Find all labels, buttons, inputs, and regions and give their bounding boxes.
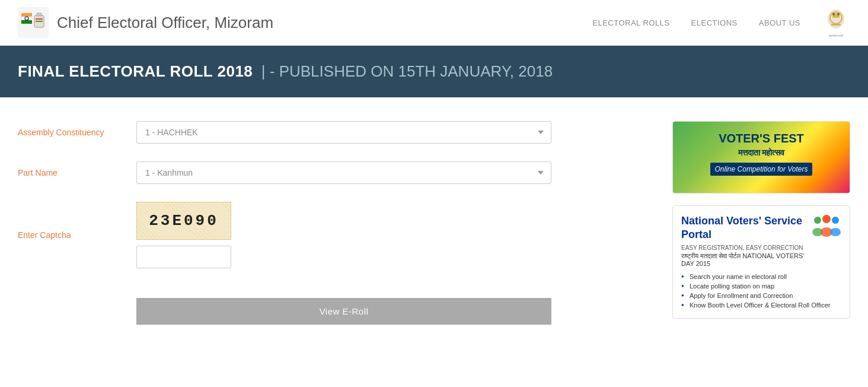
svg-point-17 [822,215,831,223]
part-name-select[interactable]: 1 - Kanhmun [136,161,551,184]
part-name-control: 1 - Kanhmun [136,161,551,184]
voters-fest-banner: VOTER'S FEST मत्तदाता महोत्सव Online Com… [673,122,850,193]
assembly-label: Assembly Constituency [18,128,136,137]
header-brand: Chief Electoral Officer, Mizoram [18,7,273,38]
nav-electoral-rolls[interactable]: ELECTORAL ROLLS [592,18,669,27]
page-banner: FINAL ELECTORAL ROLL 2018 | - PUBLISHED … [0,46,868,97]
banner-main-title: FINAL ELECTORAL ROLL 2018 [18,62,253,80]
svg-point-12 [832,13,835,15]
part-name-label: Part Name [18,168,136,177]
nav-about-us[interactable]: ABOUT US [759,18,800,27]
captcha-image: 23E090 [136,202,231,240]
ec-logo-icon [18,7,49,38]
nvsp-bullets-list: Search your name in electoral roll Locat… [681,272,841,310]
submit-control: View E-Roll [136,286,551,325]
nvsp-bullet-3: Apply for Enrollment and Correction [681,291,841,300]
form-section: Assembly Constituency 1 - HACHHEK Part N… [18,121,655,342]
view-eroll-button[interactable]: View E-Roll [136,298,551,325]
nvsp-header-row: National Voters' Service Portal EASY REG… [681,214,841,272]
voters-fest-hindi: मत्तदाता महोत्सव [680,148,843,158]
nvsp-card: National Voters' Service Portal EASY REG… [672,205,850,319]
part-name-row: Part Name 1 - Kanhmun [18,161,655,184]
svg-rect-3 [21,20,32,24]
nvsp-bullet-4: Know Booth Level Officer & Electoral Rol… [681,300,841,310]
gov-emblem-icon: सत्यमेव जयते [822,7,850,38]
nav-elections[interactable]: ELECTIONS [691,18,738,27]
submit-row: View E-Roll [18,286,655,325]
captcha-input[interactable] [136,246,231,268]
voters-fest-sub: Online Competition for Voters [710,163,813,176]
site-header: Chief Electoral Officer, Mizoram ELECTOR… [0,0,868,46]
svg-point-13 [837,13,840,15]
svg-point-21 [830,228,841,236]
nvsp-hindi: राष्ट्रीय मतदाता सेवा पोर्टल NATIONAL VO… [681,252,807,267]
main-nav: ELECTORAL ROLLS ELECTIONS ABOUT US सत्यम… [592,7,850,38]
nvsp-people-icon [812,214,841,243]
nvsp-bullet-2: Locate polling station on map [681,281,841,291]
nvsp-text-block: National Voters' Service Portal EASY REG… [681,214,807,272]
banner-subtitle: | - PUBLISHED ON 15TH JANUARY, 2018 [261,62,553,80]
svg-text:सत्यमेव जयते: सत्यमेव जयते [828,34,843,37]
sidebar: VOTER'S FEST मत्तदाता महोत्सव Online Com… [672,121,850,342]
assembly-control: 1 - HACHHEK [136,121,551,144]
main-content: Assembly Constituency 1 - HACHHEK Part N… [0,97,868,366]
voters-fest-card: VOTER'S FEST मत्तदाता महोत्सव Online Com… [672,121,850,194]
assembly-select[interactable]: 1 - HACHHEK [136,121,551,144]
svg-point-16 [814,217,821,224]
captcha-label: Enter Captcha [18,230,136,240]
svg-rect-14 [831,24,841,26]
nvsp-tagline: EASY REGISTRATION, EASY CORRECTION [681,245,807,251]
captcha-row: Enter Captcha 23E090 [18,202,655,268]
svg-rect-2 [21,17,32,20]
svg-rect-6 [37,13,42,16]
svg-point-18 [832,217,839,224]
nvsp-bullet-1: Search your name in electoral roll [681,272,841,281]
assembly-row: Assembly Constituency 1 - HACHHEK [18,121,655,144]
svg-rect-1 [21,13,32,17]
nvsp-title: National Voters' Service Portal [681,214,807,242]
site-title: Chief Electoral Officer, Mizoram [57,14,273,32]
nvsp-content: National Voters' Service Portal EASY REG… [673,206,850,318]
voters-fest-title: VOTER'S FEST [680,131,843,145]
captcha-control: 23E090 [136,202,551,268]
